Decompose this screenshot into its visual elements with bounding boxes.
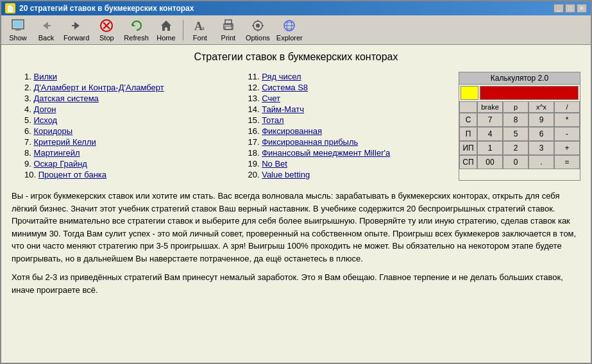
svg-text:a: a [201,24,205,31]
forward-button[interactable]: Forward [60,17,92,43]
calc-btn-minus[interactable]: - [554,127,580,141]
main-content: Стратегии ставок в букмекерских конторах… [1,45,591,364]
calc-btn-2[interactable]: 2 [503,141,529,155]
calc-label-c: С [459,113,477,127]
print-icon [221,19,236,33]
maximize-button[interactable]: □ [565,4,575,13]
right-list: 11. Ряд чисел12. Система S813. Счет14. Т… [235,72,459,181]
calc-btn-equals[interactable]: = [554,155,580,169]
left-list-link-0[interactable]: Вилки [33,72,56,81]
calc-btn-5[interactable]: 5 [503,127,529,141]
right-list-link-8[interactable]: No Bet [262,159,287,169]
right-list-item: 11. Ряд чисел [248,72,453,81]
left-list-link-6[interactable]: Критерий Келли [33,137,96,147]
right-list-link-7[interactable]: Финансовый менеджмент Miller'a [262,148,390,158]
right-list-item: 12. Система S8 [248,83,453,92]
svg-point-17 [231,25,232,26]
options-button[interactable]: Options [242,17,273,43]
title-bar: 📄 20 стратегий ставок в букмекерских кон… [1,1,591,15]
right-list-link-5[interactable]: Фиксированная [262,126,322,136]
calc-header-p: p [503,101,529,113]
calc-btn-00[interactable]: 00 [477,155,503,169]
left-list-item: 5. Исход [24,115,229,125]
calc-btn-1[interactable]: 1 [477,141,503,155]
left-list-link-8[interactable]: Оскар Грайнд [33,159,87,169]
right-list-link-2[interactable]: Счет [262,94,280,103]
calc-btn-multiply[interactable]: * [554,113,580,127]
left-list-item: 9. Оскар Грайнд [24,159,229,169]
toolbar: Show Back Forward Stop [1,15,591,45]
left-list-link-3[interactable]: Догон [33,104,56,114]
svg-rect-1 [13,21,22,28]
font-label: Font [193,34,207,42]
calc-header-xpx: x^x [529,101,554,113]
stop-icon [99,19,114,33]
left-list-link-2[interactable]: Датская система [33,94,98,103]
calc-btn-3[interactable]: 3 [529,141,554,155]
minimize-button[interactable]: _ [554,4,564,13]
show-icon [10,19,26,33]
calc-label-ip: ИП [459,141,477,155]
right-list-item: 19. No Bet [248,159,453,169]
options-label: Options [246,34,270,42]
calc-btn-9[interactable]: 9 [529,113,554,127]
window-controls: _ □ ✕ [554,4,587,13]
show-button[interactable]: Show [4,17,32,43]
svg-marker-3 [43,22,48,29]
calc-btn-8[interactable]: 8 [503,113,529,127]
left-list-item: 3. Датская система [24,94,229,103]
home-icon [158,19,174,33]
calc-header-brake: brake [477,101,503,113]
left-list-item: 8. Мартингейл [24,148,229,158]
close-button[interactable]: ✕ [577,4,587,13]
options-icon [250,19,266,33]
explorer-label: Explorer [276,34,303,42]
calc-yellow-display [461,86,478,100]
right-list-link-9[interactable]: Value betting [262,170,310,179]
left-list-item: 6. Коридоры [24,126,229,136]
window-title: 20 стратегий ставок в букмекерских конто… [19,4,550,13]
print-button[interactable]: Print [214,17,242,43]
svg-rect-2 [15,29,21,31]
body-paragraph-2: Хотя бы 2-3 из приведённых стратегий Вам… [12,271,580,296]
right-list-item: 18. Финансовый менеджмент Miller'a [248,148,453,158]
svg-marker-11 [161,21,171,31]
left-list-link-4[interactable]: Исход [33,115,57,125]
calc-btn-plus[interactable]: + [554,141,580,155]
left-list-item: 1. Вилки [24,72,229,81]
right-list-item: 16. Фиксированная [248,126,453,136]
font-button[interactable]: A a Font [186,17,214,43]
right-list-link-4[interactable]: Тотал [262,115,284,125]
back-button[interactable]: Back [32,17,60,43]
explorer-button[interactable]: Explorer [273,17,306,43]
calc-header-empty [459,101,477,113]
left-list-item: 4. Догон [24,104,229,114]
calc-btn-7[interactable]: 7 [477,113,503,127]
home-button[interactable]: Home [152,17,180,43]
calc-header-row: brake p x^x / [459,101,580,113]
refresh-icon [129,19,144,33]
calc-btn-dot[interactable]: . [529,155,554,169]
right-list-link-3[interactable]: Тайм-Матч [262,104,304,114]
left-list-link-7[interactable]: Мартингейл [33,148,80,158]
stop-button[interactable]: Stop [92,17,121,43]
calc-btn-6[interactable]: 6 [529,127,554,141]
calc-btn-4[interactable]: 4 [477,127,503,141]
svg-marker-5 [74,22,80,29]
show-label: Show [9,34,27,42]
back-icon [38,19,54,33]
svg-marker-10 [132,23,135,26]
right-list-link-0[interactable]: Ряд чисел [262,72,301,81]
right-list-link-6[interactable]: Фиксированная прибыль [262,137,358,147]
right-list-link-1[interactable]: Система S8 [262,83,308,92]
calc-row-c: С 7 8 9 * [459,113,580,127]
right-list-item: 15. Тотал [248,115,453,125]
calc-btn-0[interactable]: 0 [503,155,529,169]
refresh-label: Refresh [124,34,149,42]
left-list-link-9[interactable]: Процент от банка [38,170,106,179]
refresh-button[interactable]: Refresh [121,17,152,43]
app-icon: 📄 [5,3,15,13]
left-list-link-1[interactable]: Д'Аламберт и Контра-Д'Аламберт [33,83,164,92]
left-list-link-5[interactable]: Коридоры [33,126,72,136]
body-paragraph-1: Вы - игрок букмекерских ставок или хотит… [12,190,580,265]
